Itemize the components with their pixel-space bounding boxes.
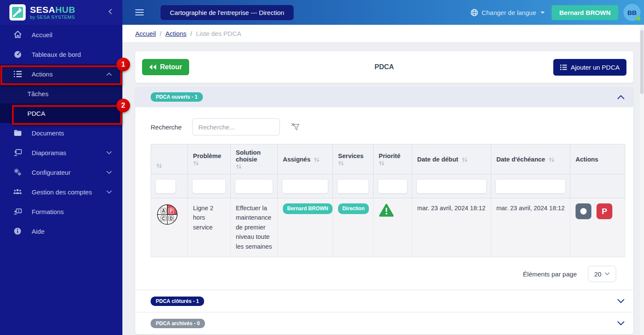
scrollbar-track[interactable] xyxy=(640,25,644,335)
filter-input-date-debut[interactable] xyxy=(416,179,487,194)
user-button[interactable]: Bernard BROWN xyxy=(552,5,618,20)
folder-icon xyxy=(13,129,22,136)
sidebar-item-accueil[interactable]: Accueil xyxy=(0,25,122,44)
sidebar-item-actions[interactable]: Actions xyxy=(0,64,122,84)
globe-icon xyxy=(471,9,478,16)
dashboard-icon xyxy=(13,50,22,59)
brand-tagline: by SESA SYSTEMS xyxy=(30,15,75,20)
language-dropdown[interactable]: Changer de langue xyxy=(471,9,545,16)
caret-down-icon xyxy=(605,272,610,276)
list-icon xyxy=(560,65,567,70)
avatar[interactable]: BB xyxy=(623,4,641,21)
svg-text:C: C xyxy=(162,216,165,221)
sidebar-item-gestion-des-comptes[interactable]: Gestion des comptes xyxy=(0,182,122,202)
chevron-down-icon[interactable] xyxy=(617,299,625,303)
section-open-header[interactable]: PDCA ouverts - 1 xyxy=(135,87,633,107)
filter-input-services[interactable] xyxy=(337,179,369,194)
filter-input-icon[interactable] xyxy=(155,179,176,194)
logo-row: SESAHUB by SESA SYSTEMS xyxy=(0,0,122,25)
pdca-detail-button[interactable]: P xyxy=(597,203,612,219)
column-header-probleme[interactable]: Problème xyxy=(188,144,231,174)
open-section-body: Recherche Problème Solution choisie xyxy=(135,107,633,290)
brand-sesa: SESA xyxy=(30,5,55,15)
column-header-services[interactable]: Services xyxy=(333,144,374,174)
scrollbar-thumb[interactable] xyxy=(640,30,644,94)
svg-text:P: P xyxy=(170,209,173,213)
actions-cell: P xyxy=(570,198,625,257)
column-header-priorite[interactable]: Priorité xyxy=(374,144,412,174)
topbar: Cartographie de l'entreprise --- Directi… xyxy=(122,0,644,25)
column-header-date-debut[interactable]: Date de début xyxy=(412,144,491,174)
column-header-assignes[interactable]: Assignés xyxy=(278,144,333,174)
closed-section-badge: PDCA clôturés - 1 xyxy=(151,297,204,306)
hamburger-menu-icon[interactable] xyxy=(135,9,144,15)
breadcrumb-accueil[interactable]: Accueil xyxy=(135,30,156,37)
chevron-down-icon xyxy=(106,170,112,174)
sort-icon xyxy=(338,160,344,166)
breadcrumb-separator: / xyxy=(190,30,192,37)
sidebar-item-configurateur[interactable]: Configurateur xyxy=(0,162,122,182)
rewind-icon xyxy=(149,64,157,70)
sesahub-logo-icon xyxy=(9,4,26,21)
status-dot xyxy=(637,17,641,21)
chevron-down-icon xyxy=(106,151,112,155)
assignees-cell: Bernard BROWN xyxy=(278,198,333,257)
sidebar-item-label: Actions xyxy=(32,71,53,78)
users-icon xyxy=(13,188,22,195)
training-icon xyxy=(13,208,22,215)
filter-input-priorite[interactable] xyxy=(378,179,407,194)
view-button[interactable] xyxy=(576,203,591,219)
sidebar-item-label: Documents xyxy=(32,129,64,137)
breadcrumb: Accueil / Actions / Liste des PDCA xyxy=(122,25,644,43)
section-closed-header[interactable]: PDCA clôturés - 1 xyxy=(135,290,633,312)
gears-icon xyxy=(13,168,22,176)
start-date-cell: mar. 23 avril, 2024 18:12 xyxy=(412,198,491,257)
filter-input-probleme[interactable] xyxy=(192,179,226,194)
search-input[interactable] xyxy=(192,118,280,135)
pagination: Éléments par page 20 xyxy=(151,257,625,290)
column-header-solution[interactable]: Solution choisie xyxy=(231,144,278,174)
sidebar-item-aide[interactable]: Aide xyxy=(0,221,122,241)
priority-cell xyxy=(374,198,412,257)
sidebar-item-label: PDCA xyxy=(27,110,45,117)
sidebar-item-label: Diaporamas xyxy=(32,149,66,156)
sort-icon xyxy=(549,157,555,163)
avatar-initials: BB xyxy=(627,9,637,16)
table-row: A P C D Ligne 2 hors service Effectuer l… xyxy=(151,198,625,257)
sidebar-item-label: Accueil xyxy=(32,31,52,38)
context-pill-button[interactable]: Cartographie de l'entreprise --- Directi… xyxy=(160,5,294,21)
breadcrumb-actions[interactable]: Actions xyxy=(166,30,187,37)
archived-section-badge: PDCA archivés - 0 xyxy=(151,319,205,328)
sidebar-collapse-icon[interactable] xyxy=(108,9,112,16)
section-archived-header[interactable]: PDCA archivés - 0 xyxy=(135,312,633,334)
sort-icon xyxy=(156,163,162,169)
services-cell: Direction xyxy=(333,198,374,257)
chevron-down-icon[interactable] xyxy=(617,321,625,326)
add-pdca-button[interactable]: Ajouter un PDCA xyxy=(553,59,626,76)
filter-input-date-echeance[interactable] xyxy=(496,179,566,194)
filter-cell-actions xyxy=(570,174,625,198)
sort-icon xyxy=(379,160,385,166)
sidebar: SESAHUB by SESA SYSTEMS Accueil Tableaux… xyxy=(0,0,122,335)
filter-input-solution[interactable] xyxy=(235,179,273,194)
column-header-icon[interactable] xyxy=(151,144,188,174)
sidebar-item-pdca[interactable]: PDCA xyxy=(0,103,122,123)
sidebar-item-label: Tableaux de bord xyxy=(32,51,81,58)
pdca-wheel-cell: A P C D xyxy=(151,198,188,257)
back-button[interactable]: Retour xyxy=(142,59,189,75)
chevron-up-icon[interactable] xyxy=(617,95,625,100)
sidebar-item-diaporamas[interactable]: Diaporamas xyxy=(0,143,122,162)
sort-icon xyxy=(462,157,468,163)
priority-warning-icon xyxy=(379,203,394,217)
per-page-select[interactable]: 20 xyxy=(588,266,616,282)
sidebar-item-documents[interactable]: Documents xyxy=(0,123,122,143)
sidebar-item-taches[interactable]: Tâches xyxy=(0,84,122,103)
logo-text: SESAHUB by SESA SYSTEMS xyxy=(30,5,75,20)
sidebar-item-tableaux-de-bord[interactable]: Tableaux de bord xyxy=(0,44,122,64)
sidebar-item-formations[interactable]: Formations xyxy=(0,202,122,221)
clear-filter-icon[interactable] xyxy=(291,123,300,131)
filter-input-assignes[interactable] xyxy=(282,179,328,194)
column-header-date-echeance[interactable]: Date d'échéance xyxy=(491,144,570,174)
sort-icon xyxy=(314,157,320,163)
brand-hub: HUB xyxy=(55,5,75,15)
